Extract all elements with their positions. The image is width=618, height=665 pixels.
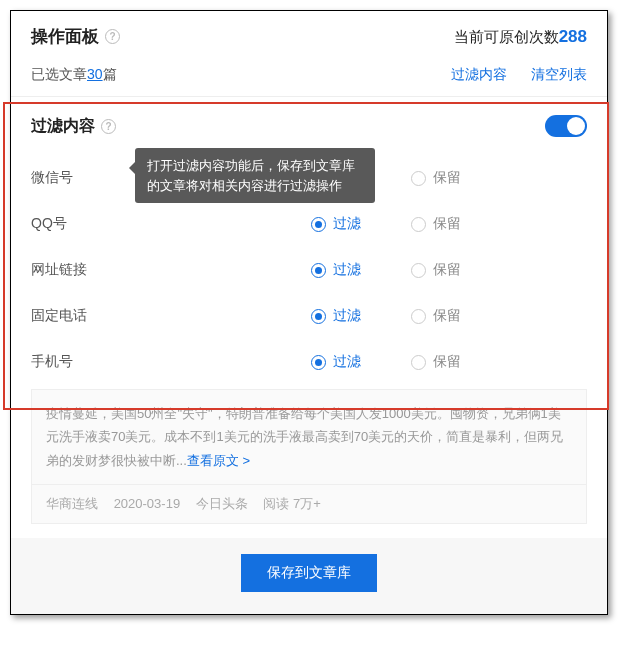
radio-icon [411, 355, 426, 370]
filter-row-qq: QQ号 过滤 保留 [31, 201, 587, 247]
radio-filter[interactable]: 过滤 [311, 215, 361, 233]
radio-filter[interactable]: 过滤 [311, 307, 361, 325]
radio-keep[interactable]: 保留 [411, 215, 461, 233]
radio-label: 保留 [433, 169, 461, 187]
radio-keep[interactable]: 保留 [411, 169, 461, 187]
radio-keep[interactable]: 保留 [411, 307, 461, 325]
article-text: 疫情蔓延，美国50州全"失守"，特朗普准备给每个美国人发1000美元。囤物资，兄… [46, 406, 563, 468]
selected-suffix: 篇 [103, 66, 117, 82]
radio-keep[interactable]: 保留 [411, 261, 461, 279]
read-more-link[interactable]: 查看原文 > [187, 453, 250, 468]
filter-label: 网址链接 [31, 261, 311, 279]
radio-icon [311, 355, 326, 370]
radio-label: 保留 [433, 261, 461, 279]
filter-row-landline: 固定电话 过滤 保留 [31, 293, 587, 339]
radio-keep[interactable]: 保留 [411, 353, 461, 371]
radio-group: 过滤 保留 [311, 261, 461, 279]
panel-title: 操作面板 ? [31, 25, 120, 48]
help-icon[interactable]: ? [105, 29, 120, 44]
radio-label: 过滤 [333, 215, 361, 233]
filter-toggle[interactable] [545, 115, 587, 137]
panel-header: 操作面板 ? 当前可原创次数288 [11, 11, 607, 58]
radio-label: 保留 [433, 215, 461, 233]
radio-icon [411, 263, 426, 278]
filter-header: 过滤内容 ? [31, 115, 587, 137]
panel-title-text: 操作面板 [31, 25, 99, 48]
filter-label: 固定电话 [31, 307, 311, 325]
filter-tooltip: 打开过滤内容功能后，保存到文章库的文章将对相关内容进行过滤操作 [135, 148, 375, 203]
filter-title: 过滤内容 ? [31, 116, 116, 137]
radio-label: 保留 [433, 353, 461, 371]
article-date: 2020-03-19 [114, 496, 181, 511]
radio-filter[interactable]: 过滤 [311, 261, 361, 279]
help-icon[interactable]: ? [101, 119, 116, 134]
radio-icon [311, 263, 326, 278]
remain-label: 当前可原创次数 [454, 28, 559, 45]
radio-icon [311, 217, 326, 232]
filter-label: QQ号 [31, 215, 311, 233]
filter-label: 手机号 [31, 353, 311, 371]
article-meta: 华商连线 2020-03-19 今日头条 阅读 7万+ [32, 485, 586, 523]
filter-panel: 过滤内容 ? 微信号 过滤 保留 QQ号 过滤 保留 网址链接 过滤 保留 [11, 97, 607, 389]
radio-label: 过滤 [333, 261, 361, 279]
radio-icon [411, 171, 426, 186]
remain-number: 288 [559, 27, 587, 46]
radio-group: 过滤 保留 [311, 353, 461, 371]
clear-link[interactable]: 清空列表 [531, 66, 587, 82]
subheader: 已选文章30篇 过滤内容 清空列表 [11, 58, 607, 97]
radio-group: 过滤 保留 [311, 307, 461, 325]
remain-count: 当前可原创次数288 [454, 27, 587, 47]
radio-label: 过滤 [333, 307, 361, 325]
save-button[interactable]: 保存到文章库 [241, 554, 377, 592]
filter-title-text: 过滤内容 [31, 116, 95, 137]
radio-label: 过滤 [333, 353, 361, 371]
radio-filter[interactable]: 过滤 [311, 353, 361, 371]
article-card: 疫情蔓延，美国50州全"失守"，特朗普准备给每个美国人发1000美元。囤物资，兄… [31, 389, 587, 524]
tooltip-text: 打开过滤内容功能后，保存到文章库的文章将对相关内容进行过滤操作 [147, 158, 355, 193]
selected-prefix: 已选文章 [31, 66, 87, 82]
footer: 保存到文章库 [11, 538, 607, 614]
subheader-actions: 过滤内容 清空列表 [431, 66, 587, 84]
radio-icon [411, 217, 426, 232]
article-reads: 阅读 7万+ [263, 496, 320, 511]
filter-link[interactable]: 过滤内容 [451, 66, 507, 82]
article-source: 华商连线 [46, 496, 98, 511]
radio-group: 过滤 保留 [311, 215, 461, 233]
filter-row-url: 网址链接 过滤 保留 [31, 247, 587, 293]
selected-count: 已选文章30篇 [31, 66, 117, 84]
radio-icon [411, 309, 426, 324]
selected-number[interactable]: 30 [87, 66, 103, 82]
article-platform: 今日头条 [196, 496, 248, 511]
article-body: 疫情蔓延，美国50州全"失守"，特朗普准备给每个美国人发1000美元。囤物资，兄… [32, 390, 586, 485]
radio-icon [311, 309, 326, 324]
panel: 操作面板 ? 当前可原创次数288 已选文章30篇 过滤内容 清空列表 过滤内容… [10, 10, 608, 615]
filter-row-mobile: 手机号 过滤 保留 [31, 339, 587, 385]
radio-label: 保留 [433, 307, 461, 325]
